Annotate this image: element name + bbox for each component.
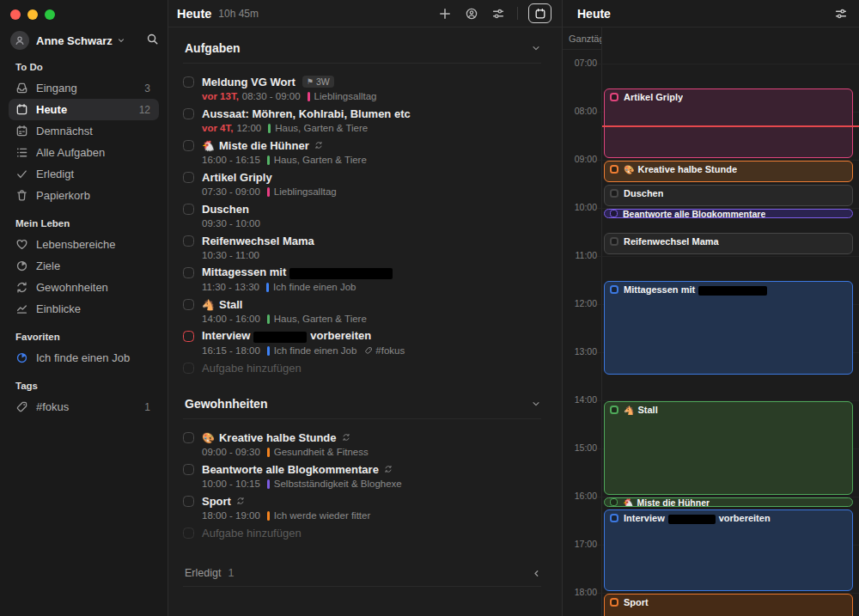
sidebar-item-ich-finde-einen-job[interactable]: Ich finde einen Job — [9, 347, 159, 369]
task-row[interactable]: 🐴Stall14:00 - 16:00Haus, Garten & Tiere — [183, 297, 541, 325]
sidebar-item-demn-chst[interactable]: Demnächst — [9, 120, 159, 142]
add-task-checkbox — [183, 363, 194, 374]
task-checkbox[interactable] — [183, 76, 194, 88]
user-menu[interactable]: Anne Schwarz — [9, 29, 159, 52]
user-name[interactable]: Anne Schwarz — [36, 34, 113, 47]
task-checkbox[interactable] — [183, 140, 194, 151]
search-icon[interactable] — [146, 33, 159, 49]
sidebar-item-alle-aufgaben[interactable]: Alle Aufgaben — [9, 142, 159, 163]
calendar-event[interactable]: Reifenwechsel Mama — [604, 233, 853, 254]
event-checkbox[interactable] — [610, 165, 618, 174]
calendar-header: Heute — [563, 0, 859, 27]
task-row[interactable]: 🐔Miste die Hühner16:00 - 16:15Haus, Gart… — [183, 138, 541, 166]
sidebar-item-eingang[interactable]: Eingang3 — [9, 77, 159, 99]
event-checkbox[interactable] — [610, 598, 618, 607]
sidebar-item-erledigt[interactable]: Erledigt — [9, 163, 159, 185]
event-title: Beantworte alle Blogkommentare — [623, 209, 765, 218]
sidebar-item-gewohnheiten[interactable]: Gewohnheiten — [9, 277, 159, 298]
calendar-event[interactable]: Mittagessen mit — [604, 281, 853, 375]
add-task-row[interactable]: Aufgabe hinzufügen — [183, 526, 541, 540]
event-checkbox[interactable] — [610, 237, 618, 246]
add-task-button[interactable] — [438, 7, 452, 21]
task-category: Haus, Garten & Tiere — [274, 155, 367, 165]
sidebar-item-papierkorb[interactable]: Papierkorb — [9, 185, 159, 206]
event-checkbox[interactable] — [610, 210, 618, 217]
task-list: AufgabenMeldung VG Wort⚑3Wvor 13T,08:30 … — [168, 27, 562, 616]
heart-icon — [15, 238, 28, 251]
task-time: 11:30 - 13:30 — [202, 282, 259, 292]
calendar-event[interactable]: Duschen — [604, 185, 853, 206]
hour-label: 17:00 — [563, 538, 597, 550]
task-row[interactable]: Artikel Griply07:30 - 09:00Lieblingsallt… — [183, 170, 541, 198]
task-row[interactable]: Sport18:00 - 19:00Ich werde wieder fitte… — [183, 494, 541, 521]
zoom-window-button[interactable] — [45, 9, 55, 20]
task-checkbox[interactable] — [183, 464, 194, 475]
task-title-row: Mittagessen mit — [183, 265, 541, 279]
task-category: Selbstständigkeit & Bloghexe — [274, 479, 402, 489]
calendar-event[interactable]: Interviewvorbereiten — [604, 509, 853, 591]
calendar-event[interactable]: 🎨Kreative halbe Stunde — [604, 161, 853, 182]
task-checkbox[interactable] — [183, 172, 194, 183]
task-row[interactable]: Meldung VG Wort⚑3Wvor 13T,08:30 - 09:00L… — [183, 75, 541, 102]
sidebar-item-einblicke[interactable]: Einblicke — [9, 298, 159, 320]
task-checkbox[interactable] — [183, 267, 194, 278]
task-checkbox[interactable] — [183, 108, 194, 119]
task-row[interactable]: 🎨Kreative halbe Stunde09:00 - 09:30Gesun… — [183, 430, 541, 458]
overdue-label: vor 13T, — [202, 91, 239, 101]
calendar-event[interactable]: Sport — [604, 594, 853, 616]
calendar-event[interactable]: Beantworte alle Blogkommentare — [604, 209, 853, 218]
sidebar-item-lebensbereiche[interactable]: Lebensbereiche — [9, 234, 159, 255]
task-row[interactable]: Duschen09:30 - 10:00 — [183, 202, 541, 229]
event-title: Mittagessen mit — [624, 284, 771, 296]
task-meta: vor 13T,08:30 - 09:00Lieblingsalltag — [202, 90, 541, 102]
calendar-event[interactable]: 🐴Stall — [604, 401, 853, 495]
task-meta: 16:15 - 18:00Ich finde einen Job#fokus — [202, 345, 541, 357]
close-window-button[interactable] — [10, 9, 21, 20]
calendar-filter-icon[interactable] — [834, 7, 848, 21]
chart-icon — [15, 302, 28, 315]
task-meta: 10:00 - 10:15Selbstständigkeit & Bloghex… — [202, 478, 541, 490]
event-checkbox[interactable] — [610, 406, 618, 414]
task-row[interactable]: Aussaat: Möhren, Kohlrabi, Blumen etcvor… — [183, 107, 541, 134]
task-meta: 14:00 - 16:00Haus, Garten & Tiere — [202, 313, 541, 325]
task-checkbox[interactable] — [183, 299, 194, 310]
task-title: 🎨Kreative halbe Stunde — [202, 431, 337, 444]
event-checkbox[interactable] — [610, 498, 618, 506]
task-checkbox[interactable] — [183, 204, 194, 215]
task-row[interactable]: Reifenwechsel Mama10:30 - 11:00 — [183, 234, 541, 261]
task-checkbox[interactable] — [183, 235, 194, 247]
focus-mode-button[interactable] — [465, 7, 478, 21]
calendar-event[interactable]: 🐔Miste die Hühner — [604, 497, 853, 507]
sidebar-item-heute[interactable]: Heute12 — [9, 99, 159, 120]
event-checkbox[interactable] — [610, 285, 618, 294]
category-color-bar — [267, 448, 270, 457]
event-checkbox[interactable] — [610, 189, 618, 198]
task-checkbox[interactable] — [183, 331, 194, 342]
task-title-row: Interviewvorbereiten — [183, 329, 541, 343]
sidebar-item-ziele[interactable]: Ziele — [9, 255, 159, 277]
sidebar-item--fokus[interactable]: #fokus1 — [9, 396, 159, 418]
section-header-gewohnheiten[interactable]: Gewohnheiten — [183, 397, 541, 419]
completed-section-toggle[interactable]: Erledigt 1 — [183, 567, 541, 587]
task-checkbox[interactable] — [183, 496, 194, 507]
task-panel-header: Heute 10h 45m — [168, 0, 562, 27]
calendar-event[interactable]: Artikel Griply — [604, 88, 853, 158]
page-title: Heute — [177, 7, 211, 21]
task-checkbox[interactable] — [183, 432, 194, 443]
event-title: 🐔Miste die Hühner — [623, 497, 710, 507]
task-meta: 07:30 - 09:00Lieblingsalltag — [202, 186, 541, 198]
minimize-window-button[interactable] — [27, 9, 38, 20]
hour-label: 12:00 — [563, 297, 597, 309]
sidebar-item-label: Heute — [36, 103, 67, 116]
completed-count: 1 — [228, 567, 234, 579]
filter-icon[interactable] — [491, 7, 505, 21]
add-task-row[interactable]: Aufgabe hinzufügen — [183, 361, 541, 375]
event-checkbox[interactable] — [610, 514, 618, 522]
task-row[interactable]: Interviewvorbereiten16:15 - 18:00Ich fin… — [183, 329, 541, 357]
calendar-toggle-button[interactable] — [528, 3, 551, 23]
task-row[interactable]: Beantworte alle Blogkommentare10:00 - 10… — [183, 462, 541, 490]
task-row[interactable]: Mittagessen mit11:30 - 13:30Ich finde ei… — [183, 265, 541, 293]
category-color-bar — [267, 346, 270, 356]
section-header-aufgaben[interactable]: Aufgaben — [183, 41, 541, 64]
event-checkbox[interactable] — [610, 93, 618, 101]
